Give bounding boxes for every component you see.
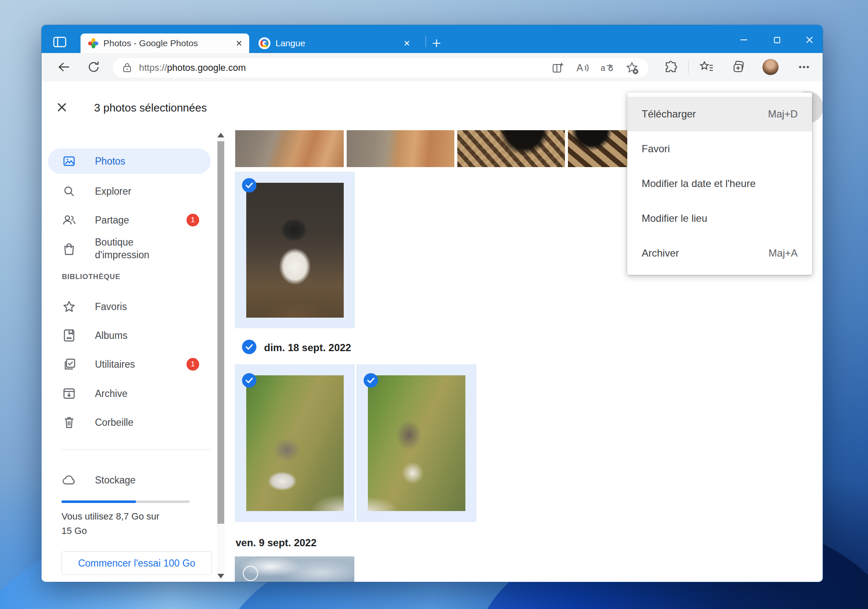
maximize-button[interactable] bbox=[765, 31, 789, 49]
sidebar-item-favoris[interactable]: Favoris bbox=[95, 300, 186, 313]
lock-icon bbox=[122, 62, 132, 73]
photo-thumbnail[interactable] bbox=[235, 130, 344, 167]
utilitaires-badge: 1 bbox=[186, 358, 199, 371]
profile-avatar[interactable] bbox=[762, 59, 779, 75]
star-icon bbox=[62, 299, 76, 314]
selected-check-icon[interactable] bbox=[242, 178, 256, 193]
utilities-icon bbox=[62, 357, 76, 372]
menu-item-favori[interactable]: Favori bbox=[627, 131, 812, 166]
date-group-check-icon[interactable] bbox=[242, 340, 256, 354]
library-section-title: BIBLIOTHÈQUE bbox=[62, 273, 120, 281]
tab-langue[interactable]: Langue bbox=[253, 34, 423, 53]
albums-icon bbox=[62, 328, 76, 343]
vertical-tabs-button[interactable] bbox=[53, 36, 70, 50]
sidebar-divider bbox=[61, 450, 211, 450]
sidebar-item-archive[interactable]: Archive bbox=[95, 387, 186, 400]
photo-thumbnail[interactable] bbox=[347, 130, 454, 167]
selected-photo-tile[interactable] bbox=[356, 364, 476, 522]
browser-menu-dots-icon[interactable] bbox=[796, 59, 812, 75]
trash-icon bbox=[62, 415, 76, 430]
photo-thumbnail[interactable] bbox=[568, 130, 627, 167]
grid-scrollbar-thumb[interactable] bbox=[217, 141, 224, 524]
sidebar-item-albums[interactable]: Albums bbox=[95, 329, 186, 342]
tab-photos-google-photos[interactable]: Photos - Google Photos bbox=[81, 34, 249, 53]
sidebar-item-partage[interactable]: Partage bbox=[95, 214, 186, 226]
photo-thumbnail[interactable] bbox=[235, 556, 354, 582]
menu-item-modifier-date-heure[interactable]: Modifier la date et l'heure bbox=[627, 166, 812, 201]
toolbar-divider bbox=[688, 61, 689, 73]
scroll-up-arrow[interactable] bbox=[217, 133, 224, 137]
tab-close-icon[interactable] bbox=[403, 39, 411, 47]
back-button[interactable] bbox=[54, 59, 70, 75]
sidebar-item-explorer[interactable]: Explorer bbox=[95, 185, 186, 198]
selected-photo-tile[interactable] bbox=[235, 364, 355, 522]
url-text: https://photos.google.com bbox=[139, 62, 246, 73]
selected-check-icon[interactable] bbox=[242, 373, 256, 388]
storage-usage-text: Vous utilisez 8,7 Go sur 15 Go bbox=[61, 509, 159, 538]
split-screen-icon[interactable] bbox=[551, 61, 565, 75]
photo-actions-context-menu: Télécharger Maj+D Favori Modifier la dat… bbox=[627, 92, 812, 275]
photo-thumbnail[interactable] bbox=[368, 375, 465, 511]
selected-photo-tile[interactable] bbox=[235, 172, 355, 328]
storage-progress-fill bbox=[61, 500, 136, 503]
archive-icon bbox=[62, 386, 76, 401]
clear-selection-button[interactable] bbox=[54, 100, 70, 115]
photo-thumbnail[interactable] bbox=[246, 183, 344, 318]
partage-badge: 1 bbox=[186, 214, 199, 226]
add-favorite-star-icon[interactable] bbox=[625, 61, 639, 75]
tab-close-icon[interactable] bbox=[235, 39, 243, 47]
cloud-storage-icon bbox=[62, 473, 76, 487]
print-store-bag-icon bbox=[62, 242, 76, 257]
new-tab-button[interactable] bbox=[431, 37, 442, 49]
menu-item-telecharger[interactable]: Télécharger Maj+D bbox=[627, 97, 812, 131]
translate-icon[interactable]: a bbox=[600, 61, 615, 75]
date-group-label: dim. 18 sept. 2022 bbox=[264, 341, 351, 355]
address-bar[interactable]: https://photos.google.com A a bbox=[113, 58, 648, 78]
extensions-puzzle-icon[interactable] bbox=[663, 59, 679, 75]
desktop-wallpaper: Photos - Google Photos Langue bbox=[0, 0, 868, 609]
close-window-button[interactable] bbox=[798, 31, 821, 49]
browser-window: Photos - Google Photos Langue bbox=[42, 25, 823, 582]
storage-progress-track bbox=[61, 500, 190, 503]
refresh-button[interactable] bbox=[86, 59, 102, 75]
photos-icon bbox=[62, 154, 76, 168]
unselected-circle-icon[interactable] bbox=[243, 566, 258, 581]
sidebar-label[interactable]: Photos bbox=[95, 155, 186, 168]
menu-item-archiver[interactable]: Archiver Maj+A bbox=[627, 236, 812, 271]
sidebar-item-stockage[interactable]: Stockage bbox=[95, 474, 186, 486]
selected-check-icon[interactable] bbox=[364, 373, 378, 388]
menu-item-modifier-lieu[interactable]: Modifier le lieu bbox=[627, 201, 812, 236]
tab-title: Langue bbox=[275, 34, 305, 53]
minimize-button[interactable] bbox=[732, 31, 756, 49]
google-photos-favicon bbox=[88, 38, 98, 48]
date-group-label: ven. 9 sept. 2022 bbox=[236, 536, 317, 550]
tab-strip: Photos - Google Photos Langue bbox=[42, 25, 823, 53]
search-icon bbox=[62, 184, 76, 198]
favorites-bar-icon[interactable] bbox=[698, 59, 715, 75]
google-favicon bbox=[259, 37, 270, 49]
collections-icon[interactable] bbox=[730, 59, 746, 75]
selection-count-title: 3 photos sélectionnées bbox=[94, 101, 207, 115]
people-share-icon bbox=[62, 213, 76, 227]
photo-thumbnail[interactable] bbox=[246, 375, 344, 511]
scroll-down-arrow[interactable] bbox=[217, 574, 224, 578]
tab-title: Photos - Google Photos bbox=[103, 34, 198, 53]
tab-divider bbox=[426, 36, 426, 47]
photo-thumbnail[interactable] bbox=[457, 130, 565, 167]
read-aloud-icon[interactable]: A bbox=[576, 61, 590, 75]
sidebar-item-utilitaires[interactable]: Utilitaires bbox=[95, 358, 186, 371]
sidebar-item-corbeille[interactable]: Corbeille bbox=[95, 416, 186, 429]
sidebar-item-boutique[interactable]: Boutique d'impression bbox=[95, 236, 186, 261]
start-trial-button[interactable]: Commencer l'essai 100 Go bbox=[61, 551, 212, 575]
